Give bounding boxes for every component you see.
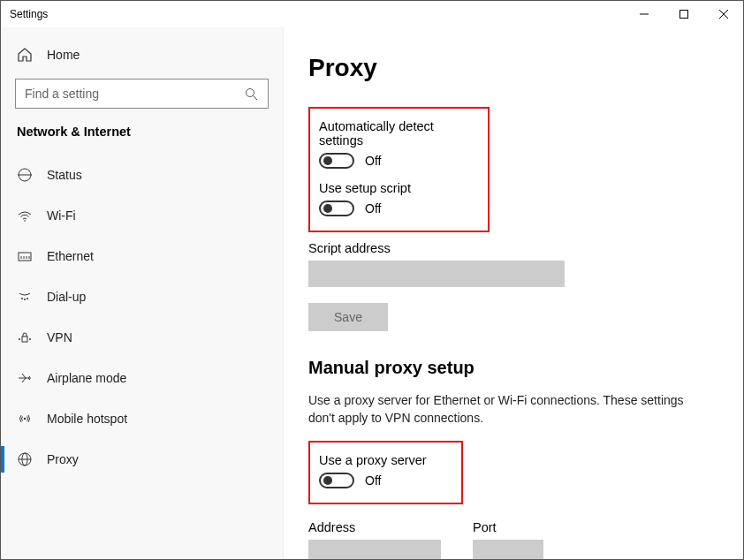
vpn-icon: [17, 329, 33, 345]
sidebar-item-vpn[interactable]: VPN: [1, 317, 283, 358]
search-icon: [243, 86, 259, 102]
auto-detect-row: Automatically detect settings Off: [319, 119, 479, 169]
proxy-icon: [17, 451, 33, 467]
dialup-icon: [17, 289, 33, 305]
svg-rect-17: [22, 337, 27, 342]
sidebar-item-label: Mobile hotspot: [47, 412, 127, 426]
setup-script-label: Use setup script: [319, 181, 479, 195]
svg-point-15: [24, 299, 26, 300]
manual-section-title: Manual proxy setup: [308, 358, 718, 378]
home-icon: [17, 47, 33, 63]
maximize-button[interactable]: [664, 1, 703, 27]
main-content: Proxy Automatically detect settings Off …: [284, 27, 743, 559]
highlight-manual-proxy: Use a proxy server Off: [308, 441, 463, 504]
page-title: Proxy: [308, 54, 718, 82]
manual-description: Use a proxy server for Ethernet or Wi-Fi…: [308, 392, 697, 427]
svg-point-8: [24, 220, 26, 222]
svg-point-16: [27, 298, 28, 299]
svg-point-14: [21, 298, 23, 299]
hotspot-icon: [17, 411, 33, 427]
script-address-label: Script address: [308, 241, 718, 255]
save-button[interactable]: Save: [308, 303, 388, 331]
auto-detect-toggle[interactable]: [319, 153, 354, 169]
airplane-icon: [17, 370, 33, 386]
close-icon: [719, 10, 728, 19]
address-label: Address: [308, 520, 441, 534]
sidebar-item-wifi[interactable]: Wi-Fi: [1, 195, 283, 236]
address-input[interactable]: [308, 540, 441, 559]
port-label: Port: [473, 520, 543, 534]
ethernet-icon: [17, 248, 33, 264]
auto-detect-label: Automatically detect settings: [319, 119, 479, 148]
svg-line-5: [253, 95, 257, 100]
highlight-auto-proxy: Automatically detect settings Off Use se…: [308, 107, 490, 232]
sidebar-category: Network & Internet: [1, 125, 283, 155]
sidebar-item-hotspot[interactable]: Mobile hotspot: [1, 398, 283, 439]
search-box[interactable]: [15, 79, 269, 109]
wifi-icon: [17, 208, 33, 223]
use-proxy-row: Use a proxy server Off: [319, 453, 452, 488]
sidebar-item-proxy[interactable]: Proxy: [1, 439, 283, 480]
sidebar: Home Network & Internet Status Wi-Fi: [1, 27, 284, 559]
svg-rect-1: [679, 11, 687, 19]
sidebar-item-dialup[interactable]: Dial-up: [1, 276, 283, 317]
setup-script-row: Use setup script Off: [319, 181, 479, 216]
svg-point-19: [29, 338, 31, 340]
auto-detect-state: Off: [365, 154, 381, 168]
window-title: Settings: [10, 8, 48, 20]
sidebar-item-ethernet[interactable]: Ethernet: [1, 236, 283, 276]
sidebar-item-status[interactable]: Status: [1, 155, 283, 195]
maximize-icon: [679, 10, 688, 19]
use-proxy-label: Use a proxy server: [319, 453, 452, 467]
setup-script-state: Off: [365, 201, 381, 216]
use-proxy-toggle[interactable]: [319, 473, 354, 488]
port-input[interactable]: [473, 540, 543, 559]
sidebar-item-label: VPN: [47, 330, 72, 344]
sidebar-item-label: Wi-Fi: [47, 208, 76, 223]
sidebar-item-label: Ethernet: [47, 249, 94, 263]
sidebar-item-label: Status: [47, 168, 82, 182]
search-input[interactable]: [25, 87, 243, 101]
close-button[interactable]: [703, 1, 743, 27]
setup-script-toggle[interactable]: [319, 201, 354, 216]
sidebar-item-label: Airplane mode: [47, 371, 126, 385]
use-proxy-state: Off: [365, 473, 381, 488]
script-address-input[interactable]: [308, 261, 565, 287]
sidebar-item-airplane[interactable]: Airplane mode: [1, 358, 283, 398]
minimize-button[interactable]: [624, 1, 664, 27]
status-icon: [17, 167, 33, 183]
minimize-icon: [640, 10, 649, 19]
svg-point-18: [19, 338, 20, 340]
sidebar-item-label: Dial-up: [47, 290, 86, 304]
sidebar-home[interactable]: Home: [1, 38, 283, 72]
svg-point-20: [24, 418, 26, 420]
window-controls: [624, 1, 743, 27]
sidebar-item-label: Proxy: [47, 452, 79, 466]
svg-point-4: [246, 88, 254, 96]
sidebar-home-label: Home: [47, 48, 80, 62]
